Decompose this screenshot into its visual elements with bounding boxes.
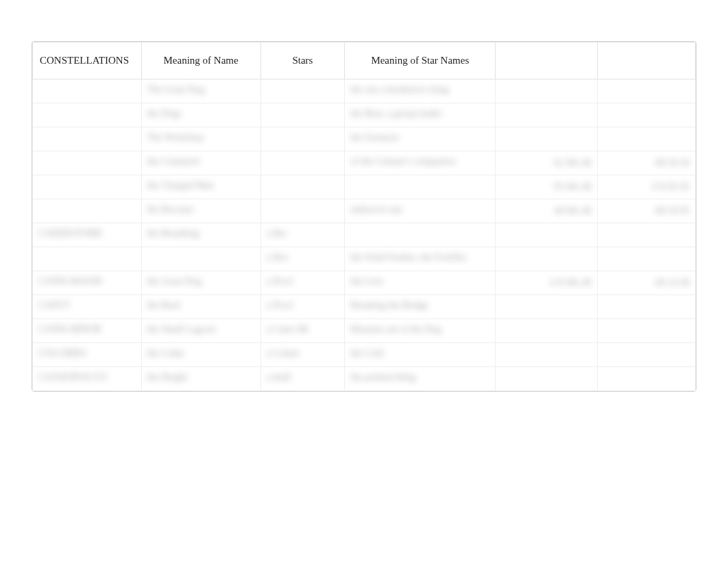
- cell-text: a Procl: [267, 276, 293, 287]
- cell-text: The Workshop: [147, 132, 204, 143]
- table-cell: [597, 79, 695, 103]
- table-cell: [597, 223, 695, 247]
- table-cell: [597, 103, 695, 127]
- cell-text: 40 00s 40: [501, 205, 591, 216]
- table-cell: [33, 247, 142, 271]
- table-row: COLUMBAthe Cedara Columthe Cold: [33, 343, 696, 367]
- cell-text: the Centaurid: [147, 156, 199, 167]
- cell-text: a draft: [267, 372, 291, 383]
- table-row: CASSIOPIACUSthe Heighta draftthe pointed…: [33, 367, 696, 391]
- table-cell: the Bard: [141, 295, 260, 319]
- table-cell: a Bos: [260, 247, 345, 271]
- table-cell: [597, 367, 695, 391]
- table-cell: CASSIOPIACUS: [33, 367, 142, 391]
- cell-text: CASSIOPIACUS: [38, 372, 107, 383]
- table-cell: [597, 247, 695, 271]
- cell-text: the Cedar: [147, 348, 184, 359]
- col-meaning-name: Meaning of Name: [141, 42, 260, 79]
- cell-text: The Great Dog: [147, 84, 205, 95]
- cell-text: the Solid Feather, the Fortifier: [350, 252, 466, 263]
- table-cell: [260, 127, 345, 151]
- table-cell: [33, 103, 142, 127]
- table-cell: The Workshop: [141, 127, 260, 151]
- table-cell: CAPUT: [33, 295, 142, 319]
- cell-text: the Breathing: [147, 228, 199, 239]
- table-cell: 40 00s 40: [496, 199, 597, 223]
- table-cell: COLUMBA: [33, 343, 142, 367]
- table-cell: unknown star: [345, 199, 496, 223]
- cell-text: the Lion: [350, 276, 383, 287]
- cell-text: the one considered a king: [350, 84, 448, 95]
- table-cell: the foremost: [345, 127, 496, 151]
- table-cell: [496, 223, 597, 247]
- cell-text: of the Centaur's companion: [350, 156, 456, 167]
- table-cell: the Cedar: [141, 343, 260, 367]
- table-cell: 4 N 00s 40: [496, 271, 597, 295]
- table-cell: the one considered a king: [345, 79, 496, 103]
- table-cell: a draft: [260, 367, 345, 391]
- table-cell: the Solid Feather, the Fortifier: [345, 247, 496, 271]
- cell-text: the foremost: [350, 132, 398, 143]
- col-meaning-star: Meaning of Star Names: [345, 42, 496, 79]
- table-cell: a Canis Mi: [260, 319, 345, 343]
- table-cell: [260, 151, 345, 175]
- table-row: the Dogsthe Bear, a group leader: [33, 103, 696, 127]
- table-cell: CANIS MINOR: [33, 319, 142, 343]
- table-cell: [597, 295, 695, 319]
- table-row: CAPUTthe Barda ProclBreaking the Bridge: [33, 295, 696, 319]
- table-row: The Workshopthe foremost: [33, 127, 696, 151]
- cell-text: 95 00s 40: [501, 182, 591, 192]
- table-row: a Bosthe Solid Feather, the Fortifier: [33, 247, 696, 271]
- table-cell: a Bsc: [260, 223, 345, 247]
- table-cell: [260, 103, 345, 127]
- table-row: CANIS MAJORthe Great Doga Proclthe Lion4…: [33, 271, 696, 295]
- table-row: the Recountunknown star40 00s 40-60 50 0…: [33, 199, 696, 223]
- cell-text: COLUMBA: [38, 348, 86, 359]
- cell-text: Breaking the Bridge: [350, 300, 428, 311]
- table-cell: the Great Dog: [141, 271, 260, 295]
- table-cell: the Recount: [141, 199, 260, 223]
- table-cell: the Small Lagoon: [141, 319, 260, 343]
- cell-text: the pointed thing: [350, 372, 415, 383]
- table-cell: [496, 127, 597, 151]
- table-row: CANIS MINORthe Small Lagoona Canis MiMom…: [33, 319, 696, 343]
- cell-text: the Dogs: [147, 108, 182, 119]
- table-cell: the pointed thing: [345, 367, 496, 391]
- table-cell: of the Centaur's companion: [345, 151, 496, 175]
- cell-text: the Cold: [350, 348, 383, 359]
- cell-text: CANIS MINOR: [38, 324, 101, 335]
- table-cell: [496, 343, 597, 367]
- cell-text: -60 50 50: [603, 158, 690, 168]
- table-cell: -60 50 05: [597, 199, 695, 223]
- cell-text: a Colum: [267, 348, 300, 359]
- table-cell: the Height: [141, 367, 260, 391]
- constellations-table: CONSTELLATIONS Meaning of Name Stars Mea…: [32, 42, 696, 391]
- cell-text: a Bos: [267, 252, 289, 263]
- table-cell: -60 50 50: [597, 151, 695, 175]
- col-constellations: CONSTELLATIONS: [33, 42, 142, 79]
- table-cell: [141, 247, 260, 271]
- table-row: the Centauridof the Centaur's companion6…: [33, 151, 696, 175]
- cell-text: the Small Lagoon: [147, 324, 216, 335]
- cell-text: the Charged Man: [147, 180, 214, 191]
- cell-text: -60 50 05: [603, 205, 690, 216]
- table-cell: [496, 247, 597, 271]
- table-header-row: CONSTELLATIONS Meaning of Name Stars Mea…: [33, 42, 696, 79]
- cell-text: CARDIOTOME: [38, 228, 102, 239]
- table-cell: the Lion: [345, 271, 496, 295]
- table-cell: 61 00s 40: [496, 151, 597, 175]
- table-cell: the Cold: [345, 343, 496, 367]
- table-body: The Great Dogthe one considered a kingth…: [33, 79, 696, 391]
- cell-text: 4 N 00s 40: [501, 277, 591, 288]
- table-cell: [33, 127, 142, 151]
- table-cell: CANIS MAJOR: [33, 271, 142, 295]
- table-cell: the Charged Man: [141, 175, 260, 199]
- table-cell: a Procl: [260, 271, 345, 295]
- table-cell: [33, 151, 142, 175]
- cell-text: CAPUT: [38, 300, 70, 311]
- table-cell: the Dogs: [141, 103, 260, 127]
- cell-text: the Height: [147, 372, 188, 383]
- table-cell: [597, 127, 695, 151]
- cell-text: -60 14 40: [603, 277, 690, 288]
- table-row: the Charged Man95 00s 404 N 05 05: [33, 175, 696, 199]
